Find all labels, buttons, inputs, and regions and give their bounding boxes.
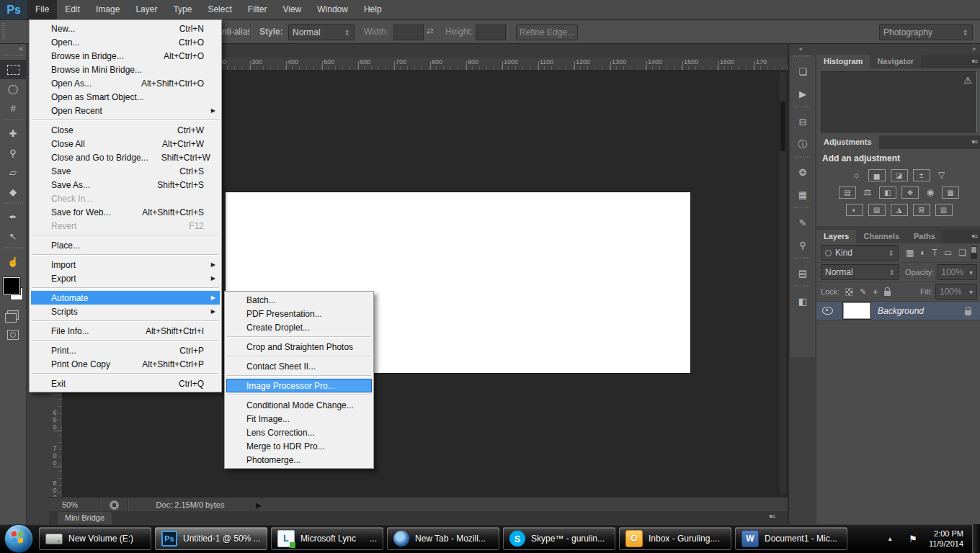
color-balance-icon[interactable]: ⚖ bbox=[861, 187, 874, 198]
clone-source-icon[interactable]: ⚲ bbox=[790, 234, 815, 256]
zoom-level[interactable]: 50% bbox=[49, 500, 99, 509]
layer-comps-icon[interactable]: ❏ bbox=[790, 60, 815, 83]
posterize-icon[interactable]: ▨ bbox=[868, 204, 886, 216]
width-input[interactable] bbox=[393, 24, 424, 40]
vertical-scrollbar[interactable] bbox=[780, 72, 786, 494]
filter-smart-objects-icon[interactable]: ❏ bbox=[958, 248, 966, 258]
filter-type-layers-icon[interactable]: T bbox=[932, 248, 937, 258]
exposure-icon[interactable]: ± bbox=[913, 169, 930, 181]
menu-item-save-as[interactable]: Save As...Shift+Ctrl+S bbox=[31, 178, 220, 192]
taskbar-button-inbox-guruling[interactable]: OInbox - Guruling.... bbox=[619, 527, 731, 550]
brush-presets-icon[interactable]: ✎ bbox=[790, 212, 815, 234]
eraser-tool[interactable]: ▱ bbox=[0, 163, 26, 182]
status-expand-icon[interactable]: ▶ bbox=[256, 501, 262, 509]
collapse-strip-icon[interactable]: « bbox=[799, 45, 803, 53]
menu-item-scripts[interactable]: Scripts▶ bbox=[31, 305, 220, 318]
menu-help[interactable]: Help bbox=[356, 0, 390, 19]
channel-mixer-icon[interactable]: ◉ bbox=[924, 187, 937, 198]
foreground-color-swatch[interactable] bbox=[3, 277, 20, 295]
tray-clock[interactable]: 2:00 PM 11/9/2014 bbox=[925, 529, 972, 549]
properties-icon[interactable]: ◧ bbox=[790, 290, 815, 313]
menu-item-print-one-copy[interactable]: Print One CopyAlt+Shift+Ctrl+P bbox=[31, 357, 220, 371]
menu-item-photomerge[interactable]: Photomerge... bbox=[226, 453, 372, 467]
menu-item-exit[interactable]: ExitCtrl+Q bbox=[31, 377, 220, 390]
menu-item-contact-sheet-ii[interactable]: Contact Sheet II... bbox=[226, 359, 372, 373]
hand-tool[interactable]: ☝ bbox=[0, 252, 26, 271]
taskbar-button-skype-gurulin[interactable]: SSkype™ - gurulin... bbox=[503, 527, 615, 550]
menu-item-print[interactable]: Print...Ctrl+P bbox=[31, 343, 220, 357]
tab-layers[interactable]: Layers bbox=[816, 230, 856, 243]
hue-saturation-icon[interactable]: ▤ bbox=[839, 186, 856, 199]
taskbar-button-document1-mic[interactable]: WDocument1 - Mic... bbox=[735, 527, 847, 550]
pen-tool[interactable]: ✒ bbox=[0, 207, 26, 227]
clone-stamp-tool[interactable]: ⚲ bbox=[0, 143, 26, 163]
menu-item-new[interactable]: New...Ctrl+N bbox=[31, 22, 220, 35]
lock-pixels-icon[interactable]: ✎ bbox=[860, 287, 866, 297]
menu-type[interactable]: Type bbox=[165, 0, 200, 19]
quick-mask-icon[interactable] bbox=[7, 310, 19, 320]
rectangular-marquee-tool[interactable] bbox=[0, 60, 26, 79]
height-input[interactable] bbox=[476, 24, 506, 40]
screen-mode-icon[interactable] bbox=[7, 330, 19, 340]
curves-icon[interactable]: ◪ bbox=[891, 169, 908, 181]
lasso-tool[interactable]: ◯ bbox=[0, 79, 26, 99]
menu-item-conditional-mode-change[interactable]: Conditional Mode Change... bbox=[226, 398, 372, 412]
invert-icon[interactable]: ◐ bbox=[846, 204, 863, 216]
actions-icon[interactable]: ▶ bbox=[790, 83, 815, 105]
menu-image[interactable]: Image bbox=[88, 0, 128, 19]
vibrance-icon[interactable]: ▽ bbox=[935, 170, 948, 181]
menu-item-batch[interactable]: Batch... bbox=[226, 293, 372, 307]
menu-item-create-droplet[interactable]: Create Droplet... bbox=[226, 320, 372, 334]
menu-item-open-as[interactable]: Open As...Alt+Shift+Ctrl+O bbox=[31, 76, 220, 90]
panel-menu-icon[interactable]: ▾≡ bbox=[971, 58, 977, 65]
gradient-map-icon[interactable]: ▥ bbox=[935, 204, 953, 216]
menu-item-automate[interactable]: Automate▶ bbox=[31, 291, 220, 305]
visibility-eye-icon[interactable] bbox=[822, 307, 833, 315]
blur-tool[interactable]: ◆ bbox=[0, 182, 26, 202]
tab-adjustments[interactable]: Adjustments bbox=[816, 135, 879, 149]
menu-file[interactable]: File bbox=[27, 0, 57, 19]
menu-select[interactable]: Select bbox=[200, 0, 239, 19]
black-white-icon[interactable]: ◧ bbox=[879, 186, 896, 199]
filter-pixel-layers-icon[interactable]: ▦ bbox=[906, 248, 914, 258]
selective-color-icon[interactable]: ⊠ bbox=[913, 204, 930, 216]
menu-item-file-info[interactable]: File Info...Alt+Shift+Ctrl+I bbox=[31, 324, 220, 338]
taskbar-button-microsoft-lync[interactable]: LMicrosoft Lync... bbox=[271, 527, 383, 550]
start-button[interactable] bbox=[4, 524, 33, 553]
filter-shape-layers-icon[interactable]: ▭ bbox=[944, 248, 952, 258]
tab-paths[interactable]: Paths bbox=[906, 230, 943, 243]
menu-item-fit-image[interactable]: Fit Image... bbox=[226, 412, 372, 426]
menu-item-export[interactable]: Export▶ bbox=[31, 271, 220, 285]
action-center-flag-icon[interactable]: ⚑ bbox=[901, 534, 925, 544]
brightness-contrast-icon[interactable]: ☼ bbox=[850, 170, 863, 181]
tab-channels[interactable]: Channels bbox=[856, 230, 906, 243]
collapse-tools-icon[interactable]: « bbox=[0, 43, 26, 54]
show-desktop-button[interactable] bbox=[972, 524, 980, 553]
lock-position-icon[interactable]: + bbox=[873, 287, 878, 296]
opacity-control[interactable]: 100% ▾ bbox=[937, 264, 977, 280]
menu-view[interactable]: View bbox=[275, 0, 309, 19]
levels-icon[interactable]: ▅ bbox=[868, 169, 886, 181]
tab-navigator[interactable]: Navigator bbox=[870, 55, 921, 68]
layer-row-background[interactable]: Background bbox=[816, 302, 980, 320]
kind-filter-select[interactable]: Kind ⇕ bbox=[821, 245, 899, 261]
swap-dimensions-icon[interactable]: ⇄ bbox=[427, 26, 434, 36]
collapse-dock-icon[interactable]: » bbox=[972, 45, 976, 53]
style-select[interactable]: Normal ⇕ bbox=[288, 24, 355, 40]
color-swatches[interactable] bbox=[0, 276, 26, 305]
taskbar-button-untitled-1-50[interactable]: PsUntitled-1 @ 50% ... bbox=[155, 527, 267, 550]
menu-item-browse-in-bridge[interactable]: Browse in Bridge...Alt+Ctrl+O bbox=[31, 49, 220, 63]
spot-healing-brush-tool[interactable]: ✚ bbox=[0, 124, 26, 143]
panel-menu-icon[interactable]: ▾≡ bbox=[971, 233, 977, 240]
path-selection-tool[interactable]: ↖ bbox=[0, 227, 26, 246]
swatches-icon[interactable]: ▦ bbox=[790, 184, 815, 206]
lock-all-icon[interactable] bbox=[884, 291, 891, 296]
menu-window[interactable]: Window bbox=[309, 0, 356, 19]
menu-item-browse-in-mini-bridge[interactable]: Browse in Mini Bridge... bbox=[31, 63, 220, 76]
menu-item-pdf-presentation[interactable]: PDF Presentation... bbox=[226, 307, 372, 320]
threshold-icon[interactable]: ◮ bbox=[891, 204, 908, 216]
panel-menu-icon[interactable]: ▾≡ bbox=[769, 513, 775, 520]
taskbar-button-new-tab-mozill[interactable]: New Tab - Mozill... bbox=[387, 527, 499, 550]
menu-item-save[interactable]: SaveCtrl+S bbox=[31, 164, 220, 178]
menu-item-close-all[interactable]: Close AllAlt+Ctrl+W bbox=[31, 137, 220, 150]
